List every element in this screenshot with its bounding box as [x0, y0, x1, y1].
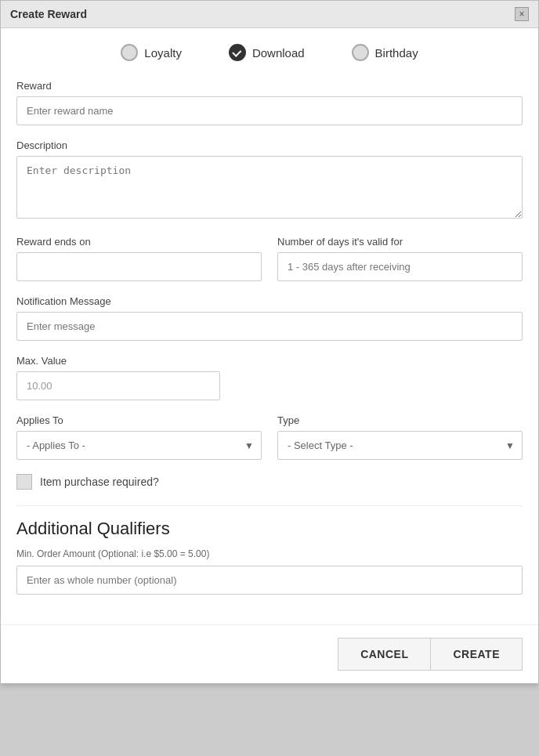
applies-to-wrapper: - Applies To - ▼ — [16, 431, 262, 460]
tab-radio-loyalty — [121, 44, 138, 61]
valid-days-col: Number of days it's valid for — [277, 236, 523, 281]
item-purchase-label: Item purchase required? — [40, 476, 159, 488]
reward-ends-on-input[interactable] — [16, 252, 262, 281]
additional-qualifiers-title: Additional Qualifiers — [16, 519, 523, 542]
dialog-header: Create Reward × — [1, 1, 538, 28]
type-select[interactable]: - Select Type - — [277, 431, 523, 460]
item-purchase-row: Item purchase required? — [16, 474, 523, 490]
tab-row: Loyalty Download Birthday — [16, 44, 523, 61]
notification-field-group: Notification Message — [16, 295, 523, 341]
applies-type-row: Applies To - Applies To - ▼ Type - Selec… — [16, 414, 523, 460]
dialog-title: Create Reward — [10, 8, 87, 20]
applies-to-col: Applies To - Applies To - ▼ — [16, 414, 262, 460]
tab-radio-birthday — [352, 44, 369, 61]
tab-download[interactable]: Download — [229, 44, 305, 61]
max-value-input[interactable] — [16, 371, 220, 400]
tab-label-loyalty: Loyalty — [144, 46, 182, 60]
min-order-input[interactable] — [16, 566, 523, 595]
create-button[interactable]: CREATE — [431, 638, 523, 671]
notification-label: Notification Message — [16, 295, 523, 307]
reward-name-label: Reward — [16, 80, 523, 92]
reward-name-input[interactable] — [16, 96, 523, 125]
tab-radio-download — [229, 44, 246, 61]
valid-days-input[interactable] — [277, 252, 523, 281]
valid-days-label: Number of days it's valid for — [277, 236, 523, 248]
notification-input[interactable] — [16, 312, 523, 341]
tab-label-download: Download — [252, 46, 305, 60]
type-label: Type — [277, 414, 523, 426]
description-label: Description — [16, 139, 523, 151]
applies-to-label: Applies To — [16, 414, 262, 426]
reward-ends-on-label: Reward ends on — [16, 236, 262, 248]
min-order-field-group: Min. Order Amount (Optional: i.e $5.00 =… — [16, 548, 523, 595]
item-purchase-checkbox[interactable] — [16, 474, 32, 490]
description-input[interactable] — [16, 156, 523, 219]
cancel-button[interactable]: CANCEL — [338, 638, 431, 671]
tab-label-birthday: Birthday — [375, 46, 418, 60]
dialog-footer: CANCEL CREATE — [1, 624, 538, 683]
applies-to-select[interactable]: - Applies To - — [16, 431, 262, 460]
description-field-group: Description — [16, 139, 523, 222]
section-divider — [16, 505, 523, 506]
tab-loyalty[interactable]: Loyalty — [121, 44, 182, 61]
min-order-label: Min. Order Amount (Optional: i.e $5.00 =… — [16, 548, 523, 559]
max-value-label: Max. Value — [16, 355, 523, 367]
reward-name-field-group: Reward — [16, 80, 523, 125]
type-col: Type - Select Type - ▼ — [277, 414, 523, 460]
type-wrapper: - Select Type - ▼ — [277, 431, 523, 460]
close-button[interactable]: × — [515, 7, 529, 21]
create-reward-dialog: Create Reward × Loyalty Download Birthda… — [0, 0, 539, 684]
reward-ends-on-col: Reward ends on — [16, 236, 262, 281]
dates-row: Reward ends on Number of days it's valid… — [16, 236, 523, 281]
dialog-body: Loyalty Download Birthday Reward Descrip… — [1, 28, 538, 617]
max-value-field-group: Max. Value — [16, 355, 523, 400]
tab-birthday[interactable]: Birthday — [352, 44, 418, 61]
